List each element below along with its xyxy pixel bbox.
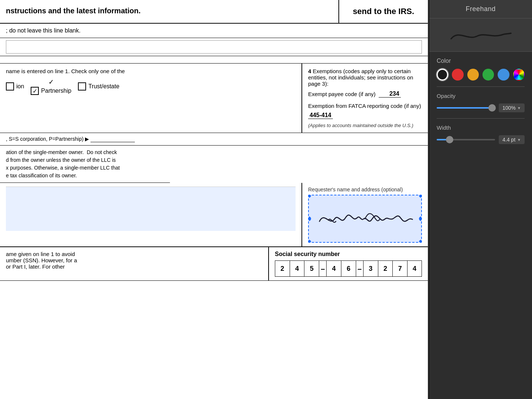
- doc-input-line: [0, 38, 428, 56]
- opacity-slider-thumb[interactable]: [488, 104, 496, 112]
- width-value: 4.4 pt: [502, 137, 515, 143]
- ssn-right: Social security number 2 4 5 – 4 6 – 3 2…: [269, 247, 428, 280]
- width-chevron: ▼: [517, 138, 521, 142]
- additional-text-content: ation of the single-member owner. Do not…: [6, 149, 120, 178]
- ssn-digit-1: 2: [275, 260, 290, 277]
- checkbox-trust: Trust/estate: [78, 82, 119, 91]
- fatca-row: Exemption from FATCA reporting code (if …: [308, 103, 422, 119]
- width-section: Width 4.4 pt ▼: [429, 119, 532, 150]
- opacity-value-box[interactable]: 100% ▼: [499, 103, 525, 112]
- ssn-section: ame given on line 1 to avoidumber (SSN).…: [0, 247, 428, 281]
- applies-note: (Applies to accounts maintained outside …: [308, 123, 422, 128]
- checkmark-above: ✓: [48, 78, 54, 86]
- ssn-digit-3: 5: [304, 260, 319, 277]
- brush-preview-svg: [447, 26, 514, 44]
- doc-subtitle: ; do not leave this line blank.: [0, 24, 428, 38]
- section-title: Exemptions (codes apply only to certain …: [308, 68, 413, 87]
- ssn-digit-2: 4: [290, 260, 304, 277]
- ssn-boxes: 2 4 5 – 4 6 – 3 2 7 4: [275, 260, 422, 277]
- fatca-value: 445-414: [308, 112, 333, 119]
- opacity-slider-fill: [437, 107, 492, 109]
- color-swatches: [437, 69, 525, 81]
- color-multicolor[interactable]: [513, 69, 525, 81]
- width-slider-thumb[interactable]: [446, 136, 453, 143]
- handle-bottom-left: [308, 240, 311, 243]
- handle-bottom-right: [419, 240, 422, 243]
- ssn-label: Social security number: [275, 251, 422, 258]
- color-blue[interactable]: [498, 69, 509, 81]
- partnership-checkbox[interactable]: [31, 87, 39, 95]
- exempt-payee-value: 234: [379, 91, 401, 98]
- additional-text: ation of the single-member owner. Do not…: [0, 146, 170, 183]
- doc-top: nstructions and the latest information. …: [0, 0, 428, 24]
- panel-title: Freehand: [429, 0, 532, 18]
- top-left-label: nstructions and the latest information.: [6, 7, 140, 15]
- ion-label: ion: [16, 83, 24, 90]
- color-green[interactable]: [482, 69, 494, 81]
- exempt-payee-row: Exempt payee code (if any) 234: [308, 91, 422, 98]
- handle-mid-left: [308, 216, 311, 221]
- signature-section: Requester's name and address (optional): [0, 183, 428, 247]
- handle-top-left: [308, 195, 311, 198]
- width-slider-track[interactable]: [437, 139, 495, 140]
- signature-box[interactable]: [308, 195, 422, 243]
- ssn-left-content: ame given on line 1 to avoidumber (SSN).…: [6, 251, 77, 270]
- color-section: Color: [429, 52, 532, 86]
- middle-right: 4 Exemptions (codes apply only to certai…: [302, 64, 428, 133]
- sig-left-space: [6, 187, 296, 231]
- llc-underline: [91, 136, 135, 142]
- ssn-dash-1: –: [319, 260, 326, 277]
- ssn-digit-6: 3: [363, 260, 378, 277]
- signature-svg: [314, 200, 416, 238]
- brush-preview: [429, 18, 532, 52]
- main-input-field[interactable]: [6, 40, 422, 54]
- trust-checkbox[interactable]: [78, 82, 86, 91]
- requester-label: Requester's name and address (optional): [308, 187, 422, 192]
- ssn-digit-8: 7: [392, 260, 407, 277]
- width-label: Width: [437, 125, 525, 131]
- sig-right: Requester's name and address (optional): [302, 183, 428, 246]
- check-instruction-text: name is entered on line 1. Check only on…: [6, 68, 296, 74]
- checkbox-partnership: ✓ Partnership: [31, 78, 71, 95]
- color-label: Color: [437, 58, 525, 64]
- trust-label: Trust/estate: [88, 83, 119, 90]
- doc-spacer: [0, 56, 428, 64]
- subtitle-text: ; do not leave this line blank.: [6, 27, 81, 34]
- right-panel: Freehand Color Opacity 100% ▼: [429, 0, 532, 399]
- opacity-slider-row: 100% ▼: [437, 103, 525, 112]
- handle-mid-right: [419, 216, 422, 221]
- top-left-text: nstructions and the latest information.: [0, 0, 339, 23]
- top-right-label: send to the IRS.: [353, 7, 414, 16]
- ssn-digit-4: 4: [326, 260, 341, 277]
- exempt-payee-label: Exempt payee code (if any): [308, 91, 376, 97]
- doc-middle: name is entered on line 1. Check only on…: [0, 64, 428, 133]
- section-number: 4: [308, 68, 311, 74]
- checkbox-ion: ion: [6, 82, 24, 91]
- ion-checkbox[interactable]: [6, 82, 14, 91]
- width-value-box[interactable]: 4.4 pt ▼: [499, 135, 525, 144]
- handle-top-right: [419, 195, 422, 198]
- color-black[interactable]: [437, 69, 448, 81]
- color-red[interactable]: [452, 69, 463, 81]
- width-slider-row: 4.4 pt ▼: [437, 135, 525, 144]
- ssn-digit-5: 6: [341, 260, 356, 277]
- color-orange[interactable]: [467, 69, 479, 81]
- sig-left: [0, 183, 302, 246]
- document-area: nstructions and the latest information. …: [0, 0, 429, 399]
- llc-text: , S=S corporation, P=Partnership) ▶: [6, 136, 89, 142]
- checkboxes-row: ion ✓ Partnership Trust/estate: [6, 78, 296, 95]
- ssn-digit-9: 4: [407, 260, 422, 277]
- top-right-text: send to the IRS.: [339, 0, 428, 23]
- opacity-value: 100%: [502, 105, 516, 111]
- middle-left: name is entered on line 1. Check only on…: [0, 64, 302, 133]
- opacity-section: Opacity 100% ▼: [429, 87, 532, 118]
- opacity-chevron: ▼: [517, 106, 521, 110]
- opacity-slider-track[interactable]: [437, 107, 495, 109]
- ssn-dash-2: –: [356, 260, 363, 277]
- partnership-label: Partnership: [41, 88, 71, 94]
- fatca-label: Exemption from FATCA reporting code (if …: [308, 103, 421, 109]
- ssn-left-text: ame given on line 1 to avoidumber (SSN).…: [0, 247, 269, 280]
- llc-line: , S=S corporation, P=Partnership) ▶: [0, 133, 428, 146]
- ssn-digit-7: 2: [378, 260, 393, 277]
- opacity-label: Opacity: [437, 93, 525, 99]
